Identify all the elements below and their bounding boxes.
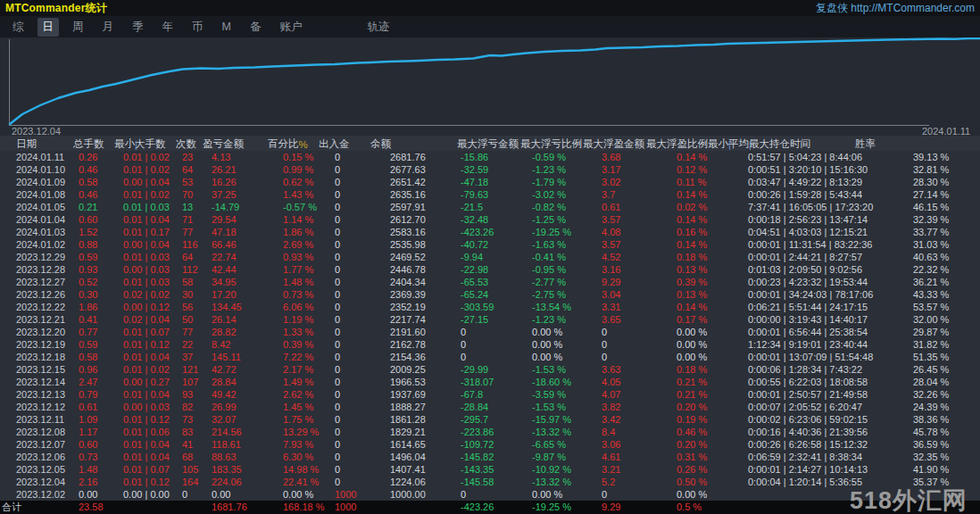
cell-float_loss: 0 (461, 338, 466, 351)
cell-lots: 0.59 (79, 338, 97, 351)
table-row[interactable]: 2023.12.120.610.00 | 0.038226.991.45 %01… (0, 401, 980, 413)
table-row[interactable]: 2023.12.042.160.01 | 0.12164224.0622.41 … (0, 476, 980, 488)
table-row[interactable]: 2024.01.100.460.01 | 0.026426.210.99 %02… (0, 163, 980, 176)
cell-date: 2024.01.10 (16, 163, 65, 176)
menu-item-2[interactable]: 日 (37, 18, 60, 37)
cell-balance: 1000.00 (390, 488, 426, 501)
cell-inout: 0 (335, 438, 340, 451)
cell-count: 164 (182, 476, 198, 488)
column-header-lots[interactable]: 总手数 (73, 137, 104, 151)
menu-item-4[interactable]: 月 (97, 18, 120, 37)
cell-hold_time: 0:00:02 | 6:23:06 | 59:02:15 (748, 413, 868, 426)
cell-hold_time: 0:00:07 | 2:05:52 | 6:20:47 (748, 401, 862, 413)
menu-item-10[interactable]: 账户 (274, 18, 307, 37)
cell-pct: 1.19 % (283, 313, 313, 326)
table-row[interactable]: 2023.12.260.300.02 | 0.023017.200.73 %02… (0, 288, 980, 301)
cell-minmax: 0.02 | 0.02 (123, 288, 170, 301)
table-row[interactable]: 2023.12.070.600.01 | 0.0441118.617.93 %0… (0, 438, 980, 451)
cell-pct: 7.22 % (283, 351, 313, 363)
table-row[interactable]: 2023.12.200.770.01 | 0.077728.821.33 %02… (0, 326, 980, 338)
column-header-count[interactable]: 次数 (176, 137, 196, 151)
cell-float_loss_pct: -13.54 % (532, 301, 571, 313)
cell-float_loss_pct: -3.02 % (532, 188, 566, 201)
column-header-float_loss_pct[interactable]: 最大浮亏比例 (520, 137, 582, 151)
table-row[interactable]: 2024.01.040.600.01 | 0.047129.541.14 %02… (0, 213, 980, 226)
table-row[interactable]: 2023.12.180.580.01 | 0.0437145.117.22 %0… (0, 351, 980, 363)
table-row[interactable]: 2023.12.150.960.01 | 0.0212142.722.17 %0… (0, 363, 980, 376)
table-row[interactable]: 2023.12.210.410.02 | 0.045026.141.19 %02… (0, 313, 980, 326)
menu-item-9[interactable]: 备 (245, 18, 267, 37)
table-row[interactable]: 2023.12.020.000.00 | 0.0000.000.00 %1000… (0, 488, 980, 501)
table-row[interactable]: 2023.12.270.520.01 | 0.035834.951.48 %02… (0, 276, 980, 288)
table-row[interactable]: 2023.12.111.090.01 | 0.127332.071.75 %01… (0, 413, 980, 426)
cell-hold_time: 0:00:01 | 6:56:44 | 25:38:54 (748, 326, 868, 338)
cell-pnl: 183.35 (212, 463, 242, 476)
cell-minmax: 0.00 | 0.03 (123, 401, 170, 413)
column-header-win_rate[interactable]: 胜率 (855, 137, 876, 151)
column-header-date[interactable]: 日期 (16, 137, 37, 151)
column-header-pnl[interactable]: 盈亏金额 (203, 137, 244, 151)
cell-float_loss: -109.72 (461, 438, 494, 451)
table-row[interactable]: 2023.12.221.860.00 | 0.1256134.456.06 %0… (0, 301, 980, 313)
cell-balance: 2635.16 (390, 188, 426, 201)
cell-hold_time: 7:37:41 | 16:05:05 | 17:23:20 (748, 201, 873, 213)
table-row[interactable]: 2023.12.060.730.01 | 0.046888.636.30 %01… (0, 451, 980, 463)
cell-minmax: 0.01 | 0.02 (123, 188, 170, 201)
cell-hold_time: 0:00:01 | 2:14:27 | 10:14:13 (748, 463, 868, 476)
table-row[interactable]: 2024.01.020.880.00 | 0.0411666.462.69 %0… (0, 238, 980, 251)
column-header-minmax[interactable]: 最小|大手数 (114, 137, 166, 151)
cell-float_loss: -65.24 (461, 288, 488, 301)
column-header-float_profit[interactable]: 最大浮盈金额 (583, 137, 644, 151)
cell-count: 37 (182, 351, 193, 363)
column-header-pct[interactable]: 百分比% (268, 137, 299, 151)
table-row[interactable]: 2024.01.110.260.01 | 0.02234.130.15 %026… (0, 151, 980, 163)
menu-item-3[interactable]: 周 (67, 18, 89, 37)
cell-hold_time: 0:00:55 | 6:22:03 | 18:08:58 (748, 376, 868, 388)
cell-float_profit_pct: 0.17 % (677, 313, 707, 326)
cell-inout: 0 (335, 338, 340, 351)
table-row[interactable]: 2023.12.081.170.01 | 0.0683214.5613.29 %… (0, 426, 980, 438)
cell-pnl: 28.82 (212, 326, 237, 338)
cell-float_profit: 4.52 (602, 251, 620, 263)
cell-float_loss: -15.86 (461, 151, 488, 163)
cell-float_profit_pct: 0.00 % (677, 326, 707, 338)
cell-inout: 0 (335, 188, 340, 201)
table-row[interactable]: 2023.12.130.790.01 | 0.049349.422.62 %01… (0, 388, 980, 401)
column-header-hold_time[interactable]: 最小|平均|最大持仓时间 (708, 137, 810, 151)
cell-inout: 0 (335, 326, 340, 338)
cell-win_rate: 38.36 % (913, 413, 949, 426)
cell-balance: 2009.25 (390, 363, 426, 376)
table-row[interactable]: 2023.12.290.590.01 | 0.036422.740.93 %02… (0, 251, 980, 263)
table-row[interactable]: 2023.12.051.480.01 | 0.07105183.3514.98 … (0, 463, 980, 476)
cell-lots: 0.59 (79, 251, 97, 263)
menu-item-1[interactable]: 综 (7, 18, 29, 37)
cell-pnl: 26.99 (212, 401, 237, 413)
cell-pnl: 26.21 (212, 163, 237, 176)
table-row[interactable]: 2024.01.031.520.01 | 0.177747.181.86 %02… (0, 226, 980, 238)
cell-hold_time: 1:12:34 | 9:19:01 | 23:40:44 (748, 338, 868, 351)
cell-float_loss_pct: -19.25 % (532, 226, 571, 238)
cell-lots: 0.41 (79, 313, 97, 326)
column-header-balance[interactable]: 余额 (370, 137, 391, 151)
table-row[interactable]: 2023.12.280.930.00 | 0.0311242.441.77 %0… (0, 263, 980, 276)
cell-balance: 2469.52 (390, 251, 426, 263)
cell-minmax: 0.01 | 0.04 (123, 451, 170, 463)
menu-item-7[interactable]: 币 (187, 18, 209, 37)
column-header-inout[interactable]: 出入金 (319, 137, 350, 151)
table-row[interactable]: 2023.12.142.470.00 | 0.2710728.841.49 %0… (0, 376, 980, 388)
cell-date: 2023.12.02 (16, 488, 65, 501)
table-row[interactable]: 2023.12.190.590.01 | 0.12228.420.39 %021… (0, 338, 980, 351)
table-row[interactable]: 2024.01.080.460.01 | 0.027037.251.43 %02… (0, 188, 980, 201)
cell-date: 2024.01.08 (16, 188, 65, 201)
menu-item-trail[interactable]: 轨迹 (361, 18, 394, 37)
cell-inout: 0 (335, 176, 340, 188)
column-header-float_loss[interactable]: 最大浮亏金额 (457, 137, 519, 151)
menu-item-8[interactable]: M (217, 19, 237, 35)
cell-lots: 0.93 (79, 263, 97, 276)
cell-count: 64 (182, 251, 193, 263)
column-header-float_profit_pct[interactable]: 最大浮盈比例 (646, 137, 708, 151)
table-row[interactable]: 2024.01.050.210.01 | 0.0313-14.79-0.57 %… (0, 201, 980, 213)
menu-item-6[interactable]: 年 (157, 18, 179, 37)
menu-item-5[interactable]: 季 (127, 18, 149, 37)
table-row[interactable]: 2024.01.090.580.00 | 0.045316.260.62 %02… (0, 176, 980, 188)
